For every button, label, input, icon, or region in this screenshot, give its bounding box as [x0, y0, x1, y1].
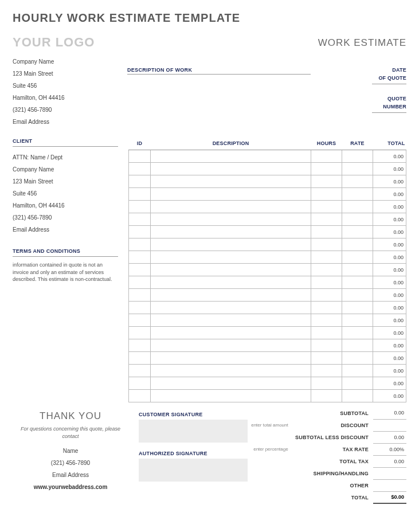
cell-rate[interactable] — [342, 352, 373, 365]
cell-id[interactable] — [129, 339, 151, 352]
total-tax-label: TOTAL TAX — [291, 455, 373, 467]
cell-hours[interactable] — [311, 352, 342, 365]
cell-hours[interactable] — [311, 327, 342, 339]
cell-hours[interactable] — [311, 339, 342, 352]
cell-desc[interactable] — [151, 365, 311, 377]
cell-id[interactable] — [129, 352, 151, 365]
cell-desc[interactable] — [151, 175, 311, 188]
cell-rate[interactable] — [342, 150, 373, 163]
cell-desc[interactable] — [151, 163, 311, 175]
line-items-table: ID DESCRIPTION HOURS RATE TOTAL 0.000.00… — [128, 138, 406, 402]
cell-id[interactable] — [129, 188, 151, 201]
cell-id[interactable] — [129, 226, 151, 238]
cell-hours[interactable] — [311, 264, 342, 276]
cell-total: 0.00 — [373, 339, 406, 352]
authorized-signature-box[interactable] — [139, 459, 248, 482]
company-name: Company Name — [13, 56, 127, 68]
cell-id[interactable] — [129, 213, 151, 226]
discount-label: DISCOUNT — [291, 419, 373, 431]
cell-id[interactable] — [129, 365, 151, 377]
quote-number-field[interactable]: QUOTE NUMBER — [372, 95, 406, 113]
cell-desc[interactable] — [151, 188, 311, 201]
cell-rate[interactable] — [342, 390, 373, 402]
cell-id[interactable] — [129, 314, 151, 327]
shipping-value[interactable] — [373, 467, 406, 479]
cell-id[interactable] — [129, 251, 151, 264]
description-of-work-field[interactable] — [127, 74, 311, 75]
cell-rate[interactable] — [342, 175, 373, 188]
cell-id[interactable] — [129, 150, 151, 163]
cell-total: 0.00 — [373, 188, 406, 201]
cell-rate[interactable] — [342, 188, 373, 201]
cell-desc[interactable] — [151, 251, 311, 264]
cell-desc[interactable] — [151, 352, 311, 365]
cell-id[interactable] — [129, 238, 151, 251]
cell-desc[interactable] — [151, 276, 311, 289]
cell-rate[interactable] — [342, 238, 373, 251]
cell-desc[interactable] — [151, 339, 311, 352]
cell-rate[interactable] — [342, 276, 373, 289]
cell-hours[interactable] — [311, 314, 342, 327]
cell-rate[interactable] — [342, 251, 373, 264]
terms-header: TERMS AND CONDITIONS — [13, 248, 118, 257]
cell-rate[interactable] — [342, 302, 373, 314]
cell-hours[interactable] — [311, 175, 342, 188]
cell-rate[interactable] — [342, 377, 373, 390]
cell-hours[interactable] — [311, 390, 342, 402]
cell-hours[interactable] — [311, 163, 342, 175]
cell-id[interactable] — [129, 175, 151, 188]
cell-desc[interactable] — [151, 213, 311, 226]
cell-rate[interactable] — [342, 226, 373, 238]
cell-rate[interactable] — [342, 163, 373, 175]
cell-id[interactable] — [129, 302, 151, 314]
cell-rate[interactable] — [342, 289, 373, 302]
cell-id[interactable] — [129, 276, 151, 289]
cell-rate[interactable] — [342, 327, 373, 339]
cell-desc[interactable] — [151, 201, 311, 213]
cell-rate[interactable] — [342, 213, 373, 226]
cell-id[interactable] — [129, 264, 151, 276]
cell-hours[interactable] — [311, 238, 342, 251]
cell-id[interactable] — [129, 377, 151, 390]
cell-id[interactable] — [129, 390, 151, 402]
cell-desc[interactable] — [151, 264, 311, 276]
cell-total: 0.00 — [373, 264, 406, 276]
cell-desc[interactable] — [151, 289, 311, 302]
cell-id[interactable] — [129, 163, 151, 175]
customer-signature-box[interactable] — [139, 420, 248, 443]
cell-desc[interactable] — [151, 238, 311, 251]
table-row: 0.00 — [129, 264, 406, 276]
cell-rate[interactable] — [342, 314, 373, 327]
cell-rate[interactable] — [342, 201, 373, 213]
cell-hours[interactable] — [311, 276, 342, 289]
cell-hours[interactable] — [311, 150, 342, 163]
discount-value[interactable] — [373, 419, 406, 431]
tax-rate-value[interactable]: 0.00% — [373, 443, 406, 455]
cell-rate[interactable] — [342, 339, 373, 352]
cell-hours[interactable] — [311, 365, 342, 377]
cell-hours[interactable] — [311, 289, 342, 302]
cell-desc[interactable] — [151, 377, 311, 390]
cell-desc[interactable] — [151, 226, 311, 238]
cell-hours[interactable] — [311, 201, 342, 213]
cell-hours[interactable] — [311, 213, 342, 226]
cell-hours[interactable] — [311, 377, 342, 390]
cell-total: 0.00 — [373, 226, 406, 238]
cell-hours[interactable] — [311, 226, 342, 238]
cell-hours[interactable] — [311, 251, 342, 264]
cell-id[interactable] — [129, 327, 151, 339]
cell-desc[interactable] — [151, 314, 311, 327]
cell-hours[interactable] — [311, 188, 342, 201]
cell-hours[interactable] — [311, 302, 342, 314]
thank-you-subtitle: For questions concerning this quote, ple… — [13, 425, 128, 440]
cell-desc[interactable] — [151, 390, 311, 402]
cell-desc[interactable] — [151, 302, 311, 314]
cell-rate[interactable] — [342, 365, 373, 377]
cell-id[interactable] — [129, 201, 151, 213]
cell-rate[interactable] — [342, 264, 373, 276]
cell-id[interactable] — [129, 289, 151, 302]
date-of-quote-field[interactable]: DATE OF QUOTE — [372, 66, 406, 84]
cell-desc[interactable] — [151, 150, 311, 163]
other-value[interactable] — [373, 479, 406, 491]
cell-desc[interactable] — [151, 327, 311, 339]
